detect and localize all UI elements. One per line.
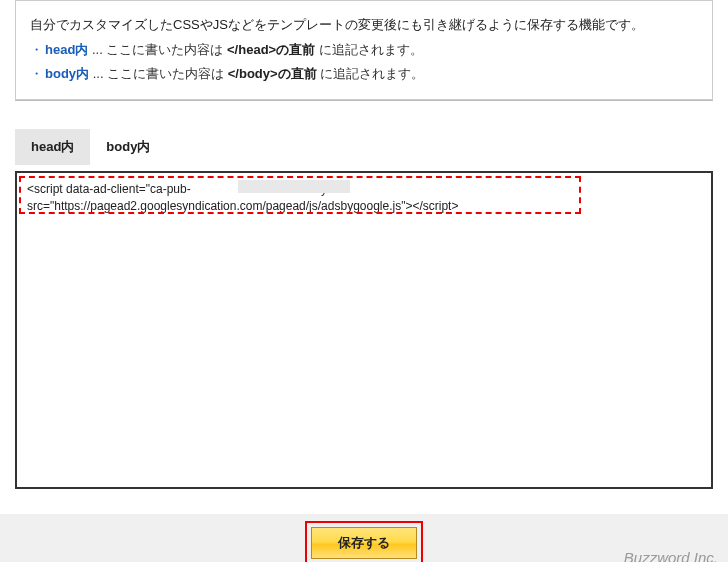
- info-title: 自分でカスタマイズしたCSSやJSなどをテンプレートの変更後にも引き継げるように…: [30, 13, 698, 38]
- tab-head[interactable]: head内: [15, 129, 90, 165]
- save-button-highlight: 保存する: [305, 521, 423, 562]
- info-line-head: ・head内 ... ここに書いた内容は </head>の直前 に追記されます。: [30, 38, 698, 63]
- bullet-icon: ・: [30, 42, 43, 57]
- bullet-icon: ・: [30, 66, 43, 81]
- tab-body[interactable]: body内: [90, 129, 166, 165]
- save-button[interactable]: 保存する: [311, 527, 417, 559]
- textarea-wrap: [15, 171, 713, 492]
- tab-row: head内 body内: [15, 129, 713, 165]
- tabs-area: head内 body内: [15, 129, 713, 492]
- brand-label: Buzzword Inc.: [624, 549, 718, 562]
- divider: [15, 100, 713, 101]
- footer-bar: 保存する Buzzword Inc.: [0, 514, 728, 562]
- info-box: 自分でカスタマイズしたCSSやJSなどをテンプレートの変更後にも引き継げるように…: [15, 0, 713, 100]
- code-textarea[interactable]: [15, 171, 713, 489]
- info-line-body: ・body内 ... ここに書いた内容は </body>の直前 に追記されます。: [30, 62, 698, 87]
